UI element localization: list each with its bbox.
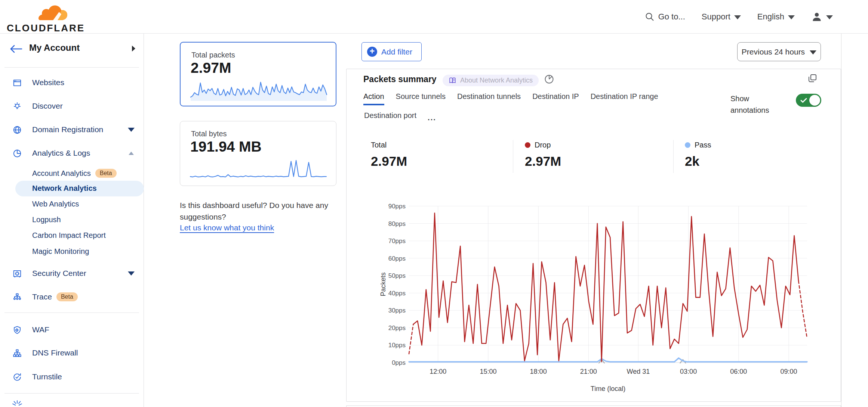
sidebar-item-carbon-impact-report[interactable]: Carbon Impact Report <box>0 228 144 243</box>
tab-destination-ip[interactable]: Destination IP <box>532 92 579 105</box>
burst-icon <box>12 400 22 407</box>
next-card-partial <box>346 406 841 407</box>
svg-text:30pps: 30pps <box>388 307 406 314</box>
svg-text:Packets: Packets <box>379 272 387 296</box>
add-filter-button[interactable]: + Add filter <box>361 42 422 61</box>
tab-destination-port[interactable]: Destination port <box>364 111 416 124</box>
svg-text:90pps: 90pps <box>388 203 406 210</box>
sidebar-item-dns-firewall[interactable]: DNS Firewall <box>0 345 144 361</box>
svg-text:15:00: 15:00 <box>480 368 496 375</box>
sidebar-item-label: Discover <box>32 102 63 111</box>
sidebar-item-turnstile[interactable]: Turnstile <box>0 369 144 385</box>
sidebar-item-web-analytics[interactable]: Web Analytics <box>0 196 144 212</box>
goto-search[interactable]: Go to... <box>645 12 685 22</box>
sidebar: My Account WebsitesDiscoverDomain Regist… <box>0 34 144 407</box>
shield-icon <box>12 325 22 335</box>
chevron-down-icon <box>810 50 816 55</box>
sidebar-item-trace[interactable]: TraceBeta <box>0 289 144 305</box>
stat-pass: Pass2k <box>685 141 711 169</box>
sidebar-item-magic-monitoring[interactable]: Magic Monitoring <box>0 244 144 260</box>
tab-source-tunnels[interactable]: Source tunnels <box>396 92 446 105</box>
svg-text:09:00: 09:00 <box>780 368 797 375</box>
total-packets-value: 2.97M <box>191 60 231 76</box>
dimension-tabs-row2: Destination port ... <box>364 111 436 124</box>
check-icon <box>799 95 808 106</box>
svg-text:0pps: 0pps <box>392 359 406 366</box>
sidebar-account-header[interactable]: My Account <box>0 34 144 67</box>
divider <box>4 313 139 313</box>
total-bytes-card[interactable]: Total bytes 191.94 MB <box>180 121 336 186</box>
beta-badge: Beta <box>56 292 78 301</box>
about-network-analytics-badge[interactable]: About Network Analytics <box>443 75 539 86</box>
tab-destination-tunnels[interactable]: Destination tunnels <box>457 92 521 105</box>
sidebar-item-label: Web Analytics <box>32 200 79 208</box>
legend-dot-pass <box>685 142 690 148</box>
stat-value: 2.97M <box>525 154 561 169</box>
svg-text:60pps: 60pps <box>388 255 406 262</box>
chevron-up-icon[interactable] <box>129 152 134 155</box>
search-icon <box>645 12 655 22</box>
support-menu[interactable]: Support <box>702 12 741 22</box>
chevron-down-icon <box>826 15 833 19</box>
sidebar-item-discover[interactable]: Discover <box>0 98 144 114</box>
stat-divider <box>513 140 513 173</box>
about-badge-label: About Network Analytics <box>460 77 533 84</box>
sidebar-item-partial[interactable] <box>12 400 22 407</box>
chevron-right-icon[interactable] <box>131 45 136 52</box>
total-packets-card[interactable]: Total packets 2.97M <box>180 42 336 106</box>
show-annotations-label: Show annotations <box>730 93 779 116</box>
support-label: Support <box>702 12 730 22</box>
sidebar-item-network-analytics[interactable]: Network Analytics <box>0 181 144 196</box>
total-bytes-value: 191.94 MB <box>190 139 262 155</box>
account-name: My Account <box>29 43 80 53</box>
packets-time-series-chart[interactable]: 0pps10pps20pps30pps40pps50pps60pps70pps8… <box>374 202 812 396</box>
stat-drop: Drop2.97M <box>525 141 561 169</box>
time-range-dropdown[interactable]: Previous 24 hours <box>737 42 821 61</box>
sidebar-item-analytics-logs[interactable]: Analytics & Logs <box>0 145 144 161</box>
chevron-down-icon[interactable] <box>128 271 135 276</box>
sidebar-item-label: TraceBeta <box>32 292 78 301</box>
sidebar-item-label: Network Analytics <box>32 184 97 193</box>
toggle-knob <box>809 95 820 106</box>
user-menu[interactable] <box>811 11 833 22</box>
total-bytes-title: Total bytes <box>191 130 227 138</box>
total-packets-title: Total packets <box>191 51 235 59</box>
time-range-value: Previous 24 hours <box>742 47 805 56</box>
sidebar-item-label: Account AnalyticsBeta <box>32 169 117 178</box>
chevron-down-icon[interactable] <box>128 128 135 132</box>
sidebar-item-label: Domain Registration <box>32 125 103 134</box>
svg-text:21:00: 21:00 <box>580 368 597 375</box>
sidebar-item-label: Websites <box>32 78 64 87</box>
more-tabs-button[interactable]: ... <box>428 114 436 122</box>
language-menu[interactable]: English <box>757 12 795 22</box>
tab-action[interactable]: Action <box>363 92 384 105</box>
globe-icon <box>12 125 22 135</box>
sidebar-item-label: Logpush <box>32 215 61 224</box>
svg-text:50pps: 50pps <box>388 272 406 279</box>
feedback-link[interactable]: Let us know what you think <box>180 223 274 232</box>
sidebar-item-account-analytics[interactable]: Account AnalyticsBeta <box>0 165 144 181</box>
sidebar-item-label: Magic Monitoring <box>32 247 89 256</box>
show-annotations-toggle[interactable] <box>796 94 821 107</box>
browser-icon <box>12 78 22 88</box>
sidebar-item-logpush[interactable]: Logpush <box>0 212 144 228</box>
chevron-down-icon <box>734 15 741 19</box>
goto-label: Go to... <box>658 12 685 22</box>
add-filter-label: Add filter <box>381 47 412 56</box>
stat-label: Total <box>371 141 387 149</box>
back-arrow-icon[interactable] <box>9 43 24 55</box>
divider <box>4 393 139 394</box>
sidebar-item-domain-registration[interactable]: Domain Registration <box>0 122 144 137</box>
expand-icon[interactable] <box>807 73 818 84</box>
pie-annotations-icon[interactable] <box>544 74 555 85</box>
tab-destination-ip-range[interactable]: Destination IP range <box>591 92 658 105</box>
plus-icon: + <box>367 47 377 57</box>
stat-label: Pass <box>695 141 711 149</box>
sidebar-item-security-center[interactable]: Security Center <box>0 265 144 281</box>
sidebar-item-websites[interactable]: Websites <box>0 75 144 90</box>
language-label: English <box>757 12 784 22</box>
scrollbar-gutter[interactable] <box>841 34 868 407</box>
total-packets-sparkline <box>189 78 328 102</box>
sidebar-item-waf[interactable]: WAF <box>0 322 144 338</box>
stat-value: 2k <box>685 154 711 169</box>
